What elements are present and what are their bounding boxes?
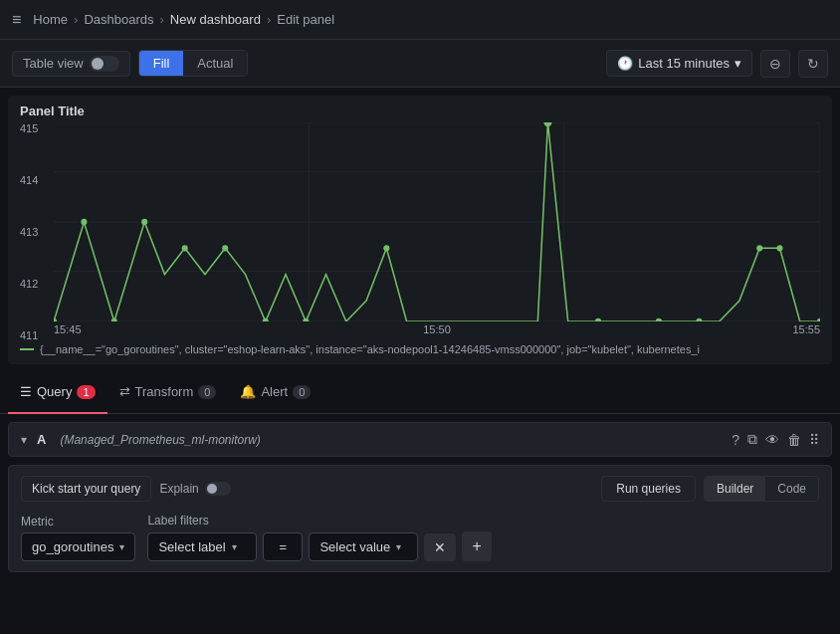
label-filters-field-group: Label filters Select label ▾ = Select va… [147, 514, 491, 561]
svg-point-13 [222, 245, 228, 251]
tab-alert[interactable]: 🔔 Alert 0 [228, 372, 322, 414]
zoom-out-button[interactable]: ⊖ [760, 50, 790, 78]
eye-icon[interactable]: 👁 [765, 432, 779, 448]
svg-point-22 [776, 245, 782, 251]
toolbar: Table view Fill Actual 🕐 Last 15 minutes… [0, 40, 840, 88]
legend-text: {__name__="go_goroutines", cluster="esho… [40, 343, 700, 355]
svg-point-12 [182, 245, 188, 251]
actual-button[interactable]: Actual [183, 51, 247, 76]
operator-select[interactable]: = [263, 532, 303, 561]
query-toolbar: Kick start your query Explain Run querie… [21, 476, 819, 502]
x-label-1555: 15:55 [792, 323, 820, 341]
tabs-bar: ☰ Query 1 ⇄ Transform 0 🔔 Alert 0 [0, 372, 840, 414]
run-queries-button[interactable]: Run queries [601, 476, 696, 502]
breadcrumb-dashboards[interactable]: Dashboards [84, 12, 153, 27]
query-section: ▾ A (Managed_Prometheus_ml-monitorw) ? ⧉… [0, 414, 840, 580]
chart-legend: {__name__="go_goroutines", cluster="esho… [20, 343, 820, 355]
table-view-label: Table view [23, 56, 84, 71]
refresh-button[interactable]: ↻ [798, 50, 828, 78]
y-label-412: 412 [20, 278, 50, 290]
breadcrumb: Home › Dashboards › New dashboard › Edit… [33, 12, 334, 27]
x-label-1545: 15:45 [54, 323, 82, 341]
toggle-knob [92, 58, 104, 70]
metric-value: go_goroutines [32, 539, 113, 554]
fill-button[interactable]: Fill [139, 51, 184, 76]
time-range-button[interactable]: 🕐 Last 15 minutes ▾ [606, 50, 752, 77]
svg-point-20 [696, 318, 702, 321]
y-label-411: 411 [20, 329, 50, 341]
clear-filter-button[interactable]: ✕ [424, 533, 456, 561]
select-value-text: Select value [319, 539, 390, 554]
query-header: ▾ A (Managed_Prometheus_ml-monitorw) ? ⧉… [8, 422, 832, 457]
table-view-switch[interactable] [90, 56, 119, 72]
tab-query[interactable]: ☰ Query 1 [8, 372, 107, 414]
hamburger-menu[interactable]: ≡ [12, 11, 21, 29]
transform-tab-badge: 0 [198, 385, 216, 399]
more-icon[interactable]: ⠿ [809, 432, 819, 448]
query-tab-badge: 1 [77, 385, 95, 399]
select-value-button[interactable]: Select value ▾ [309, 532, 418, 561]
clock-icon: 🕐 [617, 56, 633, 71]
y-axis: 415 414 413 412 411 [20, 122, 50, 341]
trash-icon[interactable]: 🗑 [787, 432, 801, 448]
select-label-text: Select label [158, 539, 225, 554]
kick-start-button[interactable]: Kick start your query [21, 476, 151, 502]
svg-point-8 [54, 318, 57, 321]
builder-button[interactable]: Builder [705, 477, 765, 501]
legend-color [20, 348, 34, 350]
transform-tab-icon: ⇄ [119, 384, 130, 399]
mode-group: Builder Code [704, 476, 819, 502]
select-label-button[interactable]: Select label ▾ [147, 532, 257, 561]
alert-tab-badge: 0 [293, 385, 311, 399]
query-tab-icon: ☰ [20, 384, 32, 399]
metric-select[interactable]: go_goroutines ▾ [21, 532, 135, 561]
metric-chevron-icon: ▾ [119, 541, 124, 552]
metric-field-group: Metric go_goroutines ▾ [21, 515, 135, 561]
time-range-label: Last 15 minutes [638, 56, 730, 71]
code-button[interactable]: Code [765, 477, 818, 501]
chart-svg [54, 122, 820, 321]
explain-group: Explain [159, 482, 230, 496]
panel-title: Panel Title [20, 104, 820, 118]
breadcrumb-edit-panel: Edit panel [277, 12, 334, 27]
label-filters-label: Label filters [147, 514, 491, 528]
top-nav: ≡ Home › Dashboards › New dashboard › Ed… [0, 0, 840, 40]
breadcrumb-home[interactable]: Home [33, 12, 68, 27]
svg-point-14 [263, 318, 269, 321]
query-body: Kick start your query Explain Run querie… [8, 465, 832, 572]
breadcrumb-new-dashboard[interactable]: New dashboard [170, 12, 261, 27]
svg-point-17 [543, 122, 551, 126]
table-view-toggle[interactable]: Table view [12, 51, 130, 77]
fill-actual-group: Fill Actual [138, 50, 249, 77]
query-name: A [37, 432, 46, 447]
explain-toggle[interactable] [205, 482, 231, 496]
collapse-button[interactable]: ▾ [21, 433, 27, 447]
y-label-414: 414 [20, 174, 50, 186]
y-label-413: 413 [20, 226, 50, 238]
x-axis: 15:45 15:50 15:55 [54, 323, 820, 341]
label-filters-group: Select label ▾ = Select value ▾ ✕ + [147, 531, 491, 561]
alert-tab-label: Alert [261, 384, 288, 399]
metric-row: Metric go_goroutines ▾ Label filters Sel… [21, 514, 819, 561]
query-actions: ? ⧉ 👁 🗑 ⠿ [732, 431, 819, 448]
tab-transform[interactable]: ⇄ Transform 0 [107, 372, 229, 414]
breadcrumb-sep-3: › [267, 12, 271, 27]
svg-point-21 [756, 245, 762, 251]
svg-point-18 [595, 318, 601, 321]
breadcrumb-sep-2: › [159, 12, 163, 27]
add-filter-button[interactable]: + [462, 531, 491, 561]
svg-point-11 [141, 219, 147, 225]
select-value-chevron-icon: ▾ [396, 541, 401, 552]
breadcrumb-sep-1: › [74, 12, 78, 27]
chevron-down-icon: ▾ [735, 56, 741, 71]
chart-panel: Panel Title 415 414 413 412 411 [8, 96, 832, 364]
chart-canvas [54, 122, 820, 321]
y-label-415: 415 [20, 122, 50, 134]
svg-point-9 [81, 219, 87, 225]
metric-label: Metric [21, 515, 135, 528]
help-icon[interactable]: ? [732, 432, 739, 448]
svg-point-10 [111, 318, 117, 321]
datasource-name: (Managed_Prometheus_ml-monitorw) [60, 433, 260, 447]
copy-icon[interactable]: ⧉ [747, 431, 757, 448]
svg-point-23 [817, 318, 820, 321]
